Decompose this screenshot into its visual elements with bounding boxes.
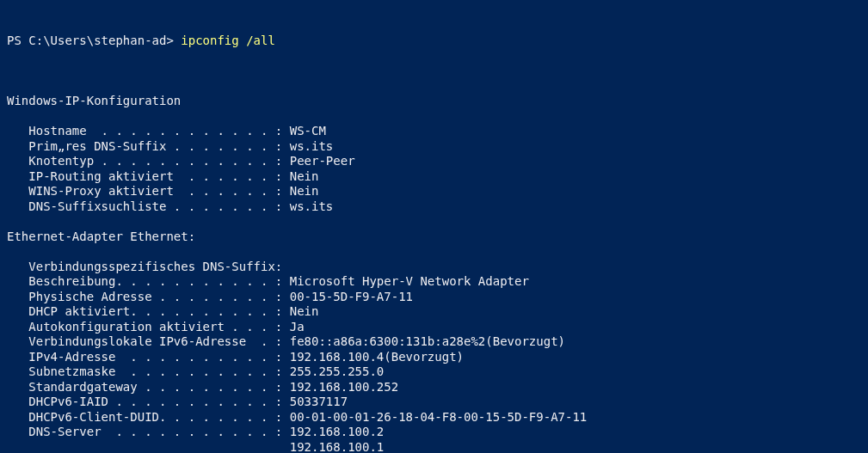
powershell-terminal[interactable]: PS C:\Users\stephan-ad> ipconfig /all Wi… [0, 0, 868, 453]
output-line [7, 79, 861, 95]
command-text: ipconfig /all [181, 34, 275, 47]
output-line [7, 244, 861, 260]
output-line: Verbindungslokale IPv6-Adresse . : fe80:… [7, 334, 861, 350]
output-line: Physische Adresse . . . . . . . . : 00-1… [7, 290, 861, 305]
output-line: Windows-IP-Konfiguration [7, 94, 861, 109]
ps-prompt: PS C:\Users\stephan-ad> [7, 34, 181, 47]
output-line: DHCPv6-Client-DUID. . . . . . . . : 00-0… [7, 410, 861, 425]
output-line: DHCP aktiviert. . . . . . . . . . : Nein [7, 304, 861, 320]
output-line: Hostname . . . . . . . . . . . . : WS-CM [7, 124, 861, 139]
output-line: IPv4-Adresse . . . . . . . . . . : 192.1… [7, 350, 861, 365]
output-line: IP-Routing aktiviert . . . . . . : Nein [7, 169, 861, 185]
output-line: Autokonfiguration aktiviert . . . : Ja [7, 320, 861, 335]
output-line: Standardgateway . . . . . . . . . : 192.… [7, 380, 861, 395]
output-line: WINS-Proxy aktiviert . . . . . . : Nein [7, 184, 861, 199]
output-line: Knotentyp . . . . . . . . . . . . : Peer… [7, 154, 861, 169]
output-line: Ethernet-Adapter Ethernet: [7, 230, 861, 245]
output-line: DHCPv6-IAID . . . . . . . . . . . : 5033… [7, 395, 861, 410]
command-output: Windows-IP-Konfiguration Hostname . . . … [7, 79, 861, 454]
output-line [7, 109, 861, 125]
output-line: Subnetzmaske . . . . . . . . . . : 255.2… [7, 364, 861, 380]
output-line [7, 214, 861, 230]
output-line: Prim„res DNS-Suffix . . . . . . . : ws.i… [7, 139, 861, 155]
output-line: Beschreibung. . . . . . . . . . . : Micr… [7, 274, 861, 290]
output-line: 192.168.100.1 [7, 440, 861, 454]
output-line: DNS-Suffixsuchliste . . . . . . . : ws.i… [7, 199, 861, 215]
output-line: Verbindungsspezifisches DNS-Suffix: [7, 260, 861, 275]
output-line: DNS-Server . . . . . . . . . . . : 192.1… [7, 425, 861, 440]
prompt-line: PS C:\Users\stephan-ad> ipconfig /all [7, 34, 861, 49]
